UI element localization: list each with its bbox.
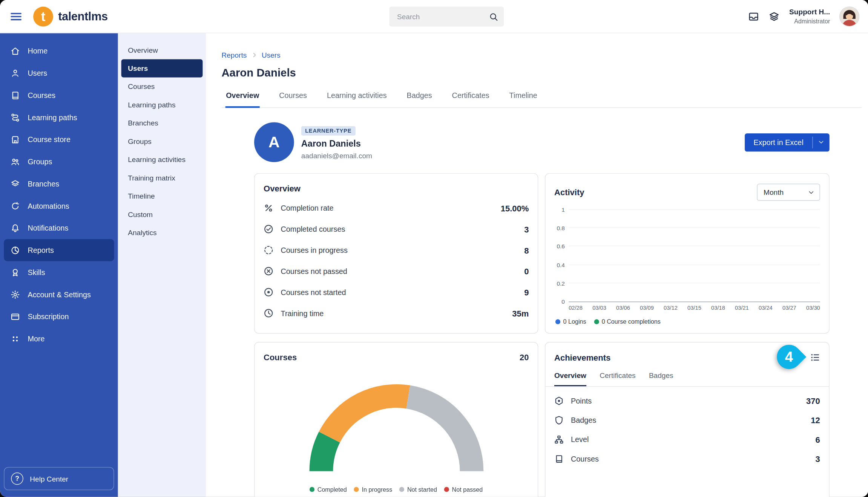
gauge-slice-in-progress xyxy=(329,396,408,437)
sidebar-item-notifications[interactable]: Notifications xyxy=(0,217,118,239)
search-icon[interactable] xyxy=(489,12,498,21)
subnav-item-timeline[interactable]: Timeline xyxy=(118,187,206,205)
groups-icon xyxy=(11,157,20,166)
course-stack-icon[interactable] xyxy=(769,11,780,22)
overview-stat-rows: Completion rate 15.00% Completed courses… xyxy=(255,196,538,324)
stat-row-courses-in-progress: Courses in progress 8 xyxy=(264,240,529,261)
user-profile-header: A LEARNER-TYPE Aaron Daniels aadaniels@e… xyxy=(254,122,830,162)
export-in-excel-button[interactable]: Export in Excel xyxy=(745,133,812,151)
achievement-row-courses: Courses 3 xyxy=(554,449,820,468)
inbox-icon[interactable] xyxy=(748,11,759,22)
sidebar-item-label: Users xyxy=(28,69,47,77)
course-store-icon xyxy=(11,135,20,144)
stat-label: Badges xyxy=(571,416,811,424)
stat-value: 0 xyxy=(524,266,529,276)
tab-overview[interactable]: Overview xyxy=(225,91,260,108)
subnav-item-training-matrix[interactable]: Training matrix xyxy=(118,169,206,187)
tab-timeline[interactable]: Timeline xyxy=(509,91,538,108)
sidebar-item-courses[interactable]: Courses xyxy=(0,84,118,106)
main-content: Reports Users Aaron Daniels Overview Cou… xyxy=(206,33,868,497)
subnav-item-branches[interactable]: Branches xyxy=(118,114,206,132)
user-block[interactable]: Support H... Administrator xyxy=(789,8,830,25)
numbered-list-icon xyxy=(810,352,820,362)
profile-name: Aaron Daniels xyxy=(301,139,372,148)
achievements-tab-badges[interactable]: Badges xyxy=(649,371,673,386)
activity-card: Activity Month 00.20.40.60.81 02/2 xyxy=(545,173,830,334)
tab-learning-activities[interactable]: Learning activities xyxy=(326,91,387,108)
home-icon xyxy=(11,46,20,56)
achievement-row-points: Points 370 xyxy=(554,391,820,410)
stat-value: 3 xyxy=(816,454,820,464)
sidebar-item-label: More xyxy=(28,335,44,343)
leaderboard-list-button[interactable] xyxy=(810,352,820,362)
achievements-tab-overview[interactable]: Overview xyxy=(554,371,586,386)
tab-badges[interactable]: Badges xyxy=(406,91,432,108)
sidebar-item-label: Groups xyxy=(28,158,52,166)
subnav-item-learning-paths[interactable]: Learning paths xyxy=(118,96,206,114)
subnav-item-custom[interactable]: Custom xyxy=(118,205,206,223)
activity-y-labels: 00.20.40.60.81 xyxy=(554,210,569,302)
stat-label: Completion rate xyxy=(281,204,501,212)
stat-label: Courses not passed xyxy=(281,267,524,275)
progress-dashed-circle-icon xyxy=(264,245,273,255)
sidebar-item-branches[interactable]: Branches xyxy=(0,173,118,195)
user-icon xyxy=(11,68,20,78)
legend-item: Not passed xyxy=(444,486,483,493)
gridline xyxy=(569,228,820,228)
sidebar-item-subscription[interactable]: Subscription xyxy=(0,306,118,328)
sidebar-item-skills[interactable]: Skills xyxy=(0,261,118,283)
help-center-label: Help Center xyxy=(30,474,68,483)
overview-card-title: Overview xyxy=(264,184,301,193)
tab-courses[interactable]: Courses xyxy=(279,91,308,108)
breadcrumb-users-link[interactable]: Users xyxy=(262,51,281,59)
x-circle-icon xyxy=(264,266,273,276)
gridline xyxy=(569,209,820,210)
hamburger-menu-icon[interactable] xyxy=(8,8,25,24)
period-select-value: Month xyxy=(764,188,784,196)
activity-period-select[interactable]: Month xyxy=(757,184,820,201)
subnav-item-analytics[interactable]: Analytics xyxy=(118,223,206,242)
activity-x-labels: 02/2803/0303/0603/0903/1203/1503/1803/21… xyxy=(569,305,820,311)
subnav-item-courses[interactable]: Courses xyxy=(118,78,206,96)
breadcrumb-reports-link[interactable]: Reports xyxy=(221,51,247,59)
stat-label: Level xyxy=(571,436,816,444)
subnav-item-learning-activities[interactable]: Learning activities xyxy=(118,150,206,168)
sidebar-item-account-settings[interactable]: Account & Settings xyxy=(0,283,118,306)
stat-row-training-time: Training time 35m xyxy=(264,303,529,324)
sidebar-item-groups[interactable]: Groups xyxy=(0,150,118,173)
gauge-slice-completed xyxy=(321,437,329,471)
top-bar: t talentlms Support H... Administrator xyxy=(0,0,868,33)
sidebar-item-automations[interactable]: Automations xyxy=(0,195,118,217)
stat-value: 6 xyxy=(816,435,820,444)
help-center-button[interactable]: ? Help Center xyxy=(4,467,114,490)
search-input[interactable] xyxy=(396,12,489,21)
topbar-actions: Support H... Administrator xyxy=(748,6,859,26)
sidebar-item-course-store[interactable]: Course store xyxy=(0,128,118,151)
profile-email: aadaniels@email.com xyxy=(301,151,372,160)
courses-gauge-svg xyxy=(305,373,488,484)
stat-value: 15.00% xyxy=(501,203,529,213)
achievements-tabs: Overview Certificates Badges xyxy=(545,371,829,387)
stat-value: 9 xyxy=(524,287,529,297)
sidebar-item-label: Account & Settings xyxy=(28,290,91,298)
sidebar-item-home[interactable]: Home xyxy=(0,40,118,62)
sidebar-item-users[interactable]: Users xyxy=(0,62,118,84)
legend-item: 0 Course completions xyxy=(594,318,661,325)
sidebar-item-more[interactable]: More xyxy=(0,327,118,350)
sidebar-item-reports[interactable]: Reports xyxy=(4,239,114,261)
tab-certificates[interactable]: Certificates xyxy=(451,91,490,108)
stat-value: 8 xyxy=(524,245,529,255)
user-avatar[interactable] xyxy=(839,6,859,26)
chevron-down-icon xyxy=(808,189,815,196)
stat-row-courses-not-started: Courses not started 9 xyxy=(264,281,529,303)
subnav-item-groups[interactable]: Groups xyxy=(118,132,206,150)
stat-row-completion-rate: Completion rate 15.00% xyxy=(264,197,529,219)
export-dropdown-button[interactable] xyxy=(813,133,830,151)
stat-value: 370 xyxy=(806,396,820,405)
notifications-icon xyxy=(11,223,20,233)
legend-item: Completed xyxy=(310,486,347,493)
subnav-item-overview[interactable]: Overview xyxy=(118,41,206,59)
subnav-item-users[interactable]: Users xyxy=(121,59,203,77)
sidebar-item-learning-paths[interactable]: Learning paths xyxy=(0,106,118,128)
achievements-tab-certificates[interactable]: Certificates xyxy=(600,371,635,386)
